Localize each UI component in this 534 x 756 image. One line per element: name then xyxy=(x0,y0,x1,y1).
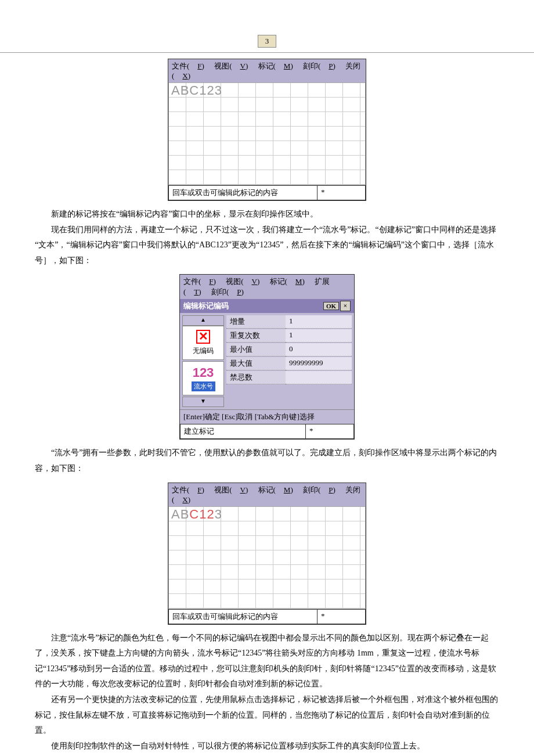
menu-mark[interactable]: 标记(M) xyxy=(258,485,293,494)
paragraph-4: 注意“流水号”标记的颜色为红色，每一个不同的标记编码在视图中都会显示出不同的颜色… xyxy=(35,631,499,692)
status-indicator: * xyxy=(317,610,365,624)
scroll-down-icon[interactable]: ▼ xyxy=(182,397,224,407)
statusbar: 回车或双击可编辑此标记的内容 * xyxy=(168,609,366,624)
ok-button[interactable]: OK xyxy=(323,302,339,310)
param-label: 增量 xyxy=(226,315,286,329)
dialog-title: 编辑标记编码 xyxy=(183,301,229,311)
menu-file[interactable]: 文件(F) xyxy=(172,62,204,70)
paragraph-6: 使用刻印控制软件的这一自动对针特性，可以很方便的将标记位置移动到实际工件的真实刻… xyxy=(35,739,499,754)
status-message: 回车或双击可编辑此标记的内容 xyxy=(169,186,317,200)
param-value[interactable]: 0 xyxy=(286,343,352,357)
encoding-option-none[interactable]: ✕ 无编码 xyxy=(182,326,224,360)
mark-canvas[interactable]: ABC123 xyxy=(168,82,366,185)
screenshot-2: 文件(F) 视图(V) 标记(M) 扩展(T) 刻印(P) 编辑标记编码 OK … xyxy=(179,274,355,440)
statusbar: 建立标记 * xyxy=(180,424,354,439)
paragraph-1: 新建的标记将按在“编辑标记内容”窗口中的坐标，显示在刻印操作区域中。 xyxy=(35,207,499,222)
statusbar: 回车或双击可编辑此标记的内容 * xyxy=(168,185,366,200)
menubar: 文件(F) 视图(V) 标记(M) 刻印(P) 关闭(X) xyxy=(168,59,366,82)
menu-print[interactable]: 刻印(P) xyxy=(211,287,244,296)
param-label: 最小值 xyxy=(226,343,286,357)
menu-file[interactable]: 文件(F) xyxy=(172,485,204,494)
menu-mark[interactable]: 标记(M) xyxy=(258,62,293,70)
paragraph-3: “流水号”拥有一些参数，此时我们不管它，使用默认的参数值就可以了。完成建立后，刻… xyxy=(35,445,499,476)
param-label: 禁忌数 xyxy=(226,371,286,384)
status-message: 回车或双击可编辑此标记的内容 xyxy=(169,610,317,624)
param-value[interactable]: 1 xyxy=(286,329,352,343)
mark-text-12345-overlay[interactable]: C12 xyxy=(189,507,214,521)
encoding-label-serial: 流水号 xyxy=(192,381,215,391)
menu-view[interactable]: 视图(V) xyxy=(214,62,248,70)
close-icon[interactable]: × xyxy=(340,301,351,311)
dialog-hint: [Enter]确定 [Esc]取消 [Tab&方向键]选择 xyxy=(180,409,354,424)
paragraph-7: 标记位置调整后，看起来可能是这个样子，如下图： xyxy=(35,754,499,756)
menu-print[interactable]: 刻印(P) xyxy=(303,62,335,70)
scroll-up-icon[interactable]: ▲ xyxy=(182,315,224,326)
paragraph-2: 现在我们用同样的方法，再建立一个标记，只不过这一次，我们将建立一个“流水号”标记… xyxy=(35,222,499,269)
dialog-titlebar: 编辑标记编码 OK × xyxy=(180,299,354,313)
screenshot-3: 文件(F) 视图(V) 标记(M) 刻印(P) 关闭(X) ABC123 回车或… xyxy=(168,483,366,625)
param-row: 增量1 xyxy=(226,315,352,329)
menubar: 文件(F) 视图(V) 标记(M) 刻印(P) 关闭(X) xyxy=(168,483,366,506)
serial-icon: 123 xyxy=(184,365,222,380)
paragraph-5: 还有另一个更快捷的方法改变标记的位置，先使用鼠标点击选择标记，标记被选择后被一个… xyxy=(35,692,499,739)
encoding-option-serial[interactable]: 123 流水号 xyxy=(182,361,224,395)
menu-view[interactable]: 视图(V) xyxy=(214,485,248,494)
menu-print[interactable]: 刻印(P) xyxy=(303,485,335,494)
param-value[interactable]: 1 xyxy=(286,315,352,329)
param-label: 最大值 xyxy=(226,357,286,370)
screenshot-1: 文件(F) 视图(V) 标记(M) 刻印(P) 关闭(X) ABC123 回车或… xyxy=(168,59,366,201)
mark-canvas[interactable]: ABC123 xyxy=(168,506,366,609)
param-row: 最小值0 xyxy=(226,343,352,357)
mark-text-abc123[interactable]: ABC123 xyxy=(171,83,222,98)
param-value[interactable] xyxy=(286,371,352,384)
param-row: 最大值999999999 xyxy=(226,357,352,370)
param-row: 重复次数1 xyxy=(226,329,352,343)
status-message: 建立标记 xyxy=(181,424,306,438)
page-number-tab: 3 xyxy=(258,35,276,48)
encoding-label-none: 无编码 xyxy=(184,346,222,356)
horizontal-rule xyxy=(0,52,534,53)
mark-text-abc123[interactable]: ABC123 xyxy=(171,507,222,522)
menubar: 文件(F) 视图(V) 标记(M) 扩展(T) 刻印(P) xyxy=(180,275,354,299)
x-icon: ✕ xyxy=(196,330,210,344)
param-value[interactable]: 999999999 xyxy=(286,357,352,370)
menu-mark[interactable]: 标记(M) xyxy=(270,277,305,286)
param-label: 重复次数 xyxy=(226,329,286,343)
dialog-body: ▲ ✕ 无编码 123 流水号 ▼ 增量1 重复次数1 最小值0 最大值9999… xyxy=(180,313,354,409)
status-indicator: * xyxy=(306,424,353,438)
param-table: 增量1 重复次数1 最小值0 最大值999999999 禁忌数 xyxy=(226,315,352,407)
status-indicator: * xyxy=(317,186,365,200)
menu-view[interactable]: 视图(V) xyxy=(226,277,259,286)
param-row: 禁忌数 xyxy=(226,371,352,384)
encoding-sidebar: ▲ ✕ 无编码 123 流水号 ▼ xyxy=(182,315,224,407)
menu-file[interactable]: 文件(F) xyxy=(183,277,216,286)
